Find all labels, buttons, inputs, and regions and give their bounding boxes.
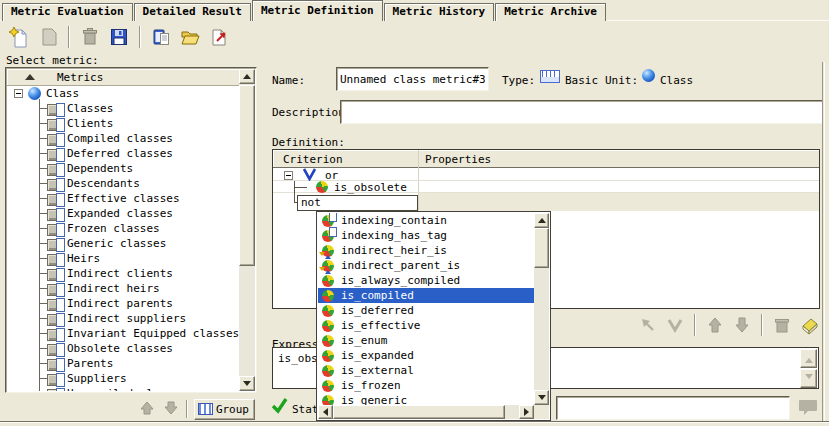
tree-item[interactable]: Suppliers [7, 371, 239, 386]
save-metric-icon[interactable] [107, 25, 131, 49]
tools-separator [761, 314, 763, 336]
dropdown-item[interactable]: is_frozen [318, 378, 534, 393]
dropdown-item[interactable]: is_effective [318, 318, 534, 333]
tree-item-label: Class [46, 87, 79, 100]
metric-tool-window: Metric Evaluation Detailed Result Metric… [0, 0, 829, 426]
dropdown-item-selected[interactable]: is_compiled [318, 288, 534, 303]
scroll-up-icon[interactable] [239, 69, 255, 84]
tree-item[interactable]: Indirect parents [7, 296, 239, 311]
tree-column-header[interactable]: Metrics [7, 69, 239, 86]
tree-item[interactable]: Descendants [7, 176, 239, 191]
tree-item-class[interactable]: Class [7, 86, 239, 101]
scroll-up-icon[interactable] [534, 213, 549, 228]
panel-bottom-edge [0, 421, 829, 423]
tree-item[interactable]: Compiled classes [7, 131, 239, 146]
tree-scrollbar[interactable] [239, 69, 255, 391]
dropdown-item[interactable]: indirect_heir_is [318, 243, 534, 258]
delete-metric-icon [78, 25, 102, 49]
dropdown-item[interactable]: is_generic [318, 393, 534, 405]
dropdown-vscrollbar[interactable] [534, 213, 549, 405]
expression-scroll-down-icon[interactable] [800, 369, 817, 388]
export-metrics-icon[interactable] [207, 25, 231, 49]
definition-row-or[interactable]: or [273, 169, 819, 181]
tree-item[interactable]: Dependents [7, 161, 239, 176]
metric-locked-icon [47, 343, 64, 355]
status-input[interactable] [556, 396, 790, 420]
tab-metric-archive[interactable]: Metric Archive [495, 3, 606, 21]
comment-bubble-icon [797, 397, 819, 420]
metric-locked-icon [47, 388, 64, 392]
definition-table-header[interactable]: Criterion Properties [273, 150, 819, 168]
criterion-pie-page-icon [322, 215, 334, 227]
criterion-column-header: Criterion [283, 153, 343, 166]
scrollbar-thumb[interactable] [333, 405, 505, 419]
toolbar-separator [68, 26, 70, 48]
group-button[interactable]: Group [194, 399, 255, 420]
tree-item[interactable]: Heirs [7, 251, 239, 266]
manage-metrics-icon[interactable] [149, 25, 173, 49]
scroll-down-icon[interactable] [239, 376, 255, 391]
tab-metric-definition[interactable]: Metric Definition [252, 0, 383, 21]
open-metric-file-icon[interactable] [178, 25, 202, 49]
collapse-icon[interactable] [284, 171, 293, 180]
dropdown-item[interactable]: indirect_parent_is [318, 258, 534, 273]
scrollbar-corner [534, 405, 549, 419]
panel-right-edge [822, 62, 825, 421]
tools-separator [694, 314, 696, 336]
dropdown-item[interactable]: is_external [318, 363, 534, 378]
definition-label: Definition: [272, 136, 345, 149]
criterion-pie-arrows-icon [322, 260, 334, 272]
criterion-dropdown-list: indexing_contain indexing_has_tag indire… [318, 213, 534, 405]
collapse-icon[interactable] [14, 89, 23, 98]
dropdown-item[interactable]: is_deferred [318, 303, 534, 318]
eraser-icon[interactable] [798, 314, 820, 336]
dropdown-item[interactable]: is_enum [318, 333, 534, 348]
tree-item[interactable]: Frozen classes [7, 221, 239, 236]
metric-locked-icon [47, 373, 64, 385]
scroll-left-icon[interactable] [318, 405, 333, 419]
dropdown-item[interactable]: indexing_contain [318, 213, 534, 228]
dropdown-item[interactable]: is_always_compiled [318, 273, 534, 288]
tree-item[interactable]: Deferred classes [7, 146, 239, 161]
tree-item[interactable]: Expanded classes [7, 206, 239, 221]
metric-locked-icon [47, 238, 64, 250]
scroll-right-icon[interactable] [519, 405, 534, 419]
criterion-pie-icon [322, 335, 334, 347]
dropdown-item[interactable]: is_expanded [318, 348, 534, 363]
criterion-pie-icon [322, 290, 334, 302]
new-metric-icon[interactable] [7, 25, 31, 49]
editing-row-highlight [419, 193, 819, 211]
tree-item[interactable]: Invariant Equipped classes [7, 326, 239, 341]
scroll-down-icon[interactable] [534, 390, 549, 405]
dropdown-hscrollbar[interactable] [318, 405, 534, 419]
scrollbar-thumb[interactable] [239, 85, 255, 266]
description-input[interactable] [340, 100, 823, 124]
tree-item[interactable]: Uncompiled classes [7, 386, 239, 391]
tab-detailed-result[interactable]: Detailed Result [134, 3, 251, 21]
name-input[interactable] [336, 67, 489, 91]
criterion-pie-icon [322, 275, 334, 287]
metric-locked-icon [47, 178, 64, 190]
dropdown-item[interactable]: indexing_has_tag [318, 228, 534, 243]
tree-item[interactable]: Effective classes [7, 191, 239, 206]
tab-metric-evaluation[interactable]: Metric Evaluation [2, 3, 133, 21]
tab-metric-history[interactable]: Metric History [384, 3, 495, 21]
tree-item[interactable]: Indirect suppliers [7, 311, 239, 326]
tree-item[interactable]: Indirect clients [7, 266, 239, 281]
tree-item[interactable]: Classes [7, 101, 239, 116]
expression-scroll-up-icon[interactable] [800, 349, 817, 368]
tree-item[interactable]: Clients [7, 116, 239, 131]
metric-locked-icon [47, 133, 64, 145]
tree-item[interactable]: Generic classes [7, 236, 239, 251]
tree-item[interactable]: Obsolete classes [7, 341, 239, 356]
metric-locked-icon [47, 103, 64, 115]
scrollbar-thumb[interactable] [534, 228, 549, 268]
toolbar-separator [139, 26, 141, 48]
tree-item[interactable]: Indirect heirs [7, 281, 239, 296]
criterion-pie-icon [322, 305, 334, 317]
metric-locked-icon [47, 208, 64, 220]
delete-criterion-icon [771, 314, 793, 336]
definition-row-is-obsolete[interactable]: is_obsolete [273, 181, 819, 193]
tree-item[interactable]: Parents [7, 356, 239, 371]
criterion-editor-input[interactable]: not [297, 195, 418, 211]
